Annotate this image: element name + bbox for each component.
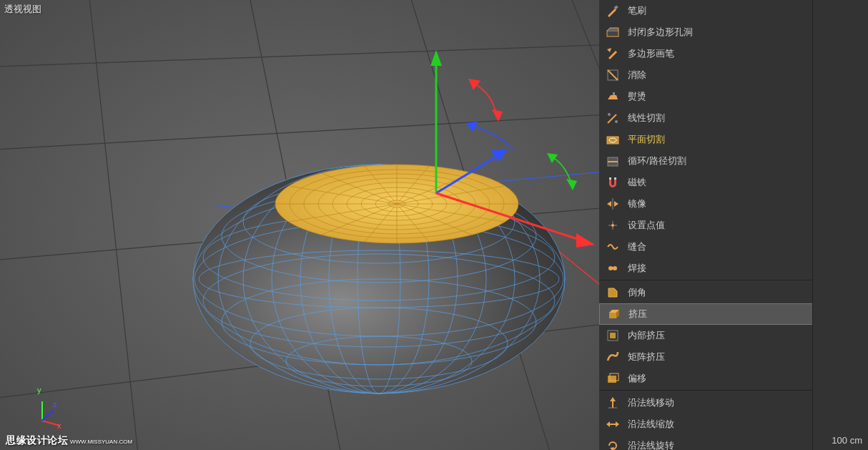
axis-y <box>41 401 43 420</box>
menu-label: 笔刷 <box>628 4 841 17</box>
svg-point-67 <box>615 120 618 123</box>
offset-icon <box>605 371 621 386</box>
svg-point-79 <box>611 224 614 227</box>
menu-label: 倒角 <box>628 286 842 299</box>
side-panel: 100 cm <box>812 0 868 450</box>
menu-label: 熨烫 <box>628 90 841 103</box>
menu-label: 消除 <box>628 69 841 82</box>
weld-icon <box>605 260 621 276</box>
normal-scale-icon <box>605 416 621 432</box>
menu-label: 沿法线缩放 <box>628 418 842 431</box>
bevel-icon <box>605 285 621 300</box>
svg-marker-92 <box>606 421 610 427</box>
menu-label: 缝合 <box>628 240 842 253</box>
axis-gizmo[interactable]: y x z <box>21 388 64 431</box>
set-point-icon <box>605 217 621 233</box>
menu-label: 焊接 <box>628 262 841 275</box>
svg-marker-75 <box>607 201 611 207</box>
svg-marker-89 <box>610 397 616 401</box>
menu-label: 矩阵挤压 <box>628 351 842 363</box>
svg-rect-85 <box>610 333 616 338</box>
svg-point-66 <box>608 113 611 116</box>
menu-label: 偏移 <box>628 372 842 385</box>
axis-label-y: y <box>37 386 41 394</box>
svg-marker-62 <box>607 48 611 52</box>
axis-z <box>41 410 54 421</box>
menu-label: 挤压 <box>628 308 832 321</box>
svg-rect-83 <box>609 313 616 318</box>
magnet-icon <box>605 175 621 190</box>
svg-marker-76 <box>614 201 618 207</box>
poly-pen-icon <box>605 46 621 62</box>
matrix-extrude-icon <box>605 349 621 365</box>
svg-rect-82 <box>611 267 615 270</box>
brush-icon <box>605 3 621 19</box>
svg-rect-86 <box>608 376 616 383</box>
menu-label: 设置点值 <box>628 219 841 232</box>
menu-label: 平面切割 <box>628 133 823 146</box>
axis-label-z: z <box>53 400 57 409</box>
stitch-icon <box>605 239 621 255</box>
close-hole-icon <box>605 24 621 40</box>
menu-label: 线性切割 <box>628 112 820 124</box>
menu-label: 循环/路径切割 <box>628 155 822 167</box>
plane-cut-icon <box>605 132 621 147</box>
viewport-label: 透视视图 <box>4 3 41 16</box>
svg-marker-93 <box>616 421 619 427</box>
normal-rotate-icon <box>605 438 621 450</box>
svg-rect-65 <box>613 92 615 95</box>
svg-rect-61 <box>607 31 618 36</box>
dissolve-icon <box>605 67 621 83</box>
menu-label: 内部挤压 <box>628 329 832 342</box>
menu-label: 封闭多边形孔洞 <box>628 26 841 39</box>
line-cut-icon <box>605 110 621 126</box>
normal-move-icon <box>605 395 621 411</box>
extrude-icon <box>606 306 621 322</box>
svg-line-64 <box>608 70 618 80</box>
svg-rect-72 <box>609 177 611 180</box>
watermark: 思缘设计论坛WWW.MISSYUAN.COM <box>6 434 132 447</box>
mirror-icon <box>605 196 621 212</box>
menu-label: 镜像 <box>628 197 841 210</box>
viewport-canvas <box>0 0 599 450</box>
menu-label: 多边形画笔 <box>628 47 842 60</box>
menu-label: 沿法线移动 <box>628 396 842 409</box>
iron-icon <box>605 89 621 104</box>
inner-extrude-icon <box>605 328 621 343</box>
measure-label: 100 cm <box>832 435 862 446</box>
svg-rect-73 <box>614 177 616 180</box>
viewport[interactable]: 透视视图 y x z 思缘设计论坛WWW.MISSYUAN.COM <box>0 0 599 450</box>
axis-label-x: x <box>57 421 61 430</box>
loop-cut-icon <box>605 153 621 169</box>
